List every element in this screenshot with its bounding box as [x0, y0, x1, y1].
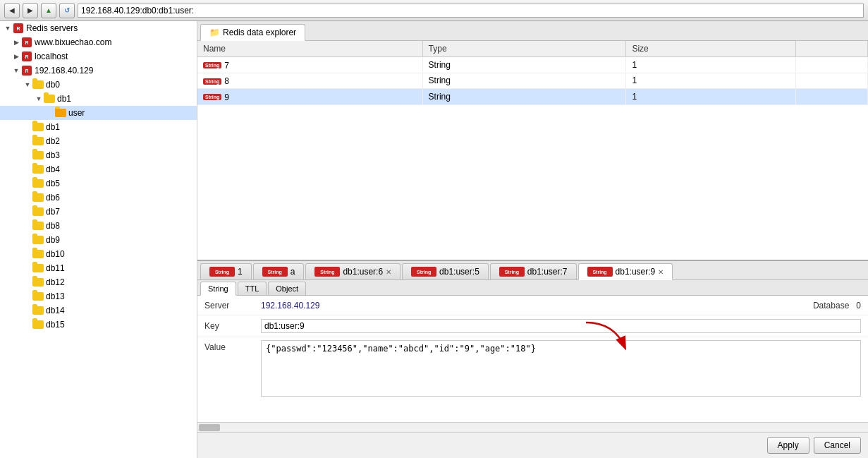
- sidebar-item-db4[interactable]: db4: [0, 162, 197, 176]
- ip-label: 192.168.40.129: [35, 66, 93, 76]
- root-arrow: ▼: [3, 23, 13, 33]
- value-label: Value: [204, 340, 261, 352]
- ttl-tab[interactable]: TTL: [238, 282, 267, 295]
- taba-label: a: [291, 267, 295, 277]
- sidebar-item-db1[interactable]: db1: [0, 120, 197, 134]
- db2-label: db2: [46, 136, 60, 146]
- key-label: Key: [204, 321, 261, 331]
- col-type: Type: [422, 41, 626, 57]
- sidebar-item-db9[interactable]: db9: [0, 233, 197, 247]
- hscroll-thumb[interactable]: [199, 424, 220, 431]
- detail-tab-user9[interactable]: String db1:user:9 ✕: [578, 263, 673, 280]
- db13-label: db13: [46, 291, 65, 301]
- db1-icon: [32, 121, 44, 133]
- db0-icon: [32, 79, 44, 90]
- tab7-label: db1:user:7: [527, 267, 568, 277]
- db8-icon: [32, 220, 44, 231]
- string-tabs: String TTL Object: [197, 280, 868, 296]
- sidebar-item-db0[interactable]: ▼ db0: [0, 78, 197, 92]
- key-row: Key: [197, 315, 868, 337]
- db12-label: db12: [46, 277, 65, 287]
- sidebar-item-db7[interactable]: db7: [0, 205, 197, 219]
- key-input[interactable]: [261, 319, 861, 333]
- detail-tab-user6[interactable]: String db1:user:6 ✕: [305, 263, 401, 279]
- detail-tab-user7[interactable]: String db1:user:7: [490, 263, 577, 279]
- db10-icon: [32, 248, 44, 260]
- db11-label: db11: [46, 263, 65, 273]
- sidebar: ▼ R Redis servers ▶ R www.bixuechao.com …: [0, 21, 197, 458]
- localhost-label: localhost: [35, 52, 68, 61]
- sidebar-item-192[interactable]: ▼ R 192.168.40.129: [0, 64, 197, 78]
- explorer-tab-label: Redis data explorer: [223, 28, 296, 37]
- detail-tab-user5[interactable]: String db1:user:5: [402, 263, 489, 279]
- db0-arrow: ▼: [23, 80, 32, 90]
- tab7-string-icon: String: [499, 267, 525, 277]
- up-button[interactable]: ▲: [41, 3, 56, 18]
- sidebar-item-db8[interactable]: db8: [0, 219, 197, 233]
- tab9-close[interactable]: ✕: [658, 268, 664, 276]
- detail-tab-a[interactable]: String a: [253, 263, 305, 279]
- sidebar-item-db5[interactable]: db5: [0, 176, 197, 191]
- back-button[interactable]: ◀: [4, 3, 20, 18]
- string-tab[interactable]: String: [200, 282, 236, 296]
- ip-arrow: ▼: [11, 66, 21, 76]
- db1-label: db1: [46, 122, 60, 132]
- sidebar-item-db2[interactable]: db2: [0, 134, 197, 148]
- refresh-button[interactable]: ↺: [59, 3, 75, 18]
- db4-icon: [32, 164, 44, 175]
- explorer-tab[interactable]: 📁 Redis data explorer: [200, 24, 305, 41]
- sidebar-item-db11[interactable]: db11: [0, 261, 197, 275]
- address-bar[interactable]: [78, 4, 864, 18]
- hscroll-area[interactable]: [197, 422, 868, 432]
- col-extra: [796, 41, 868, 57]
- table-row[interactable]: String 8 String 1: [197, 73, 868, 89]
- detail-area: String 1 String a String db1:user:6 ✕ St…: [197, 261, 868, 458]
- sidebar-item-db12[interactable]: db12: [0, 275, 197, 289]
- sidebar-item-db0-db1[interactable]: ▼ db1: [0, 92, 197, 106]
- sidebar-item-db14[interactable]: db14: [0, 303, 197, 318]
- sidebar-root[interactable]: ▼ R Redis servers: [0, 21, 197, 35]
- tab5-label: db1:user:5: [439, 267, 479, 277]
- db0-db1-label: db1: [57, 94, 71, 104]
- detail-content: Server 192.168.40.129 Database 0 Key Val…: [197, 296, 868, 422]
- taba-string-icon: String: [262, 267, 288, 277]
- apply-button[interactable]: Apply: [767, 437, 809, 454]
- detail-tab-1[interactable]: String 1: [200, 263, 252, 279]
- forward-button[interactable]: ▶: [23, 3, 38, 18]
- cancel-button[interactable]: Cancel: [814, 437, 861, 454]
- sidebar-item-db6[interactable]: db6: [0, 191, 197, 205]
- sidebar-item-db13[interactable]: db13: [0, 289, 197, 303]
- value-textarea[interactable]: {"passwd":"123456","name":"abcd","id":"9…: [261, 340, 861, 397]
- server-label: Server: [204, 301, 261, 311]
- tab9-label: db1:user:9: [616, 267, 656, 277]
- explorer-tab-icon: 📁: [209, 28, 220, 37]
- tab1-string-icon: String: [209, 267, 235, 277]
- sidebar-item-bixuechao[interactable]: ▶ R www.bixuechao.com: [0, 35, 197, 49]
- db6-icon: [32, 192, 44, 203]
- bixuechao-icon: R: [21, 37, 32, 48]
- tab9-string-icon: String: [587, 267, 613, 277]
- explorer-tab-bar: 📁 Redis data explorer: [197, 21, 868, 41]
- db14-label: db14: [46, 306, 65, 315]
- sidebar-item-db15[interactable]: db15: [0, 318, 197, 332]
- object-tab[interactable]: Object: [268, 282, 306, 295]
- server-row: Server 192.168.40.129 Database 0: [197, 296, 868, 315]
- table-row[interactable]: String 9 String 1: [197, 89, 868, 105]
- db7-icon: [32, 206, 44, 217]
- db3-label: db3: [46, 150, 60, 160]
- sidebar-item-localhost[interactable]: ▶ R localhost: [0, 49, 197, 64]
- right-panel: 📁 Redis data explorer Name Type Size: [197, 21, 868, 458]
- table-row[interactable]: String 7 String 1: [197, 57, 868, 73]
- tab6-close[interactable]: ✕: [386, 268, 391, 276]
- server-value: 192.168.40.129: [261, 301, 799, 311]
- db12-icon: [32, 277, 44, 288]
- sidebar-item-db10[interactable]: db10: [0, 247, 197, 261]
- sidebar-item-db3[interactable]: db3: [0, 148, 197, 162]
- data-table: Name Type Size String 7 String 1: [197, 41, 868, 260]
- db0-db1-arrow: ▼: [34, 94, 44, 104]
- sidebar-item-user[interactable]: user: [0, 106, 197, 120]
- db3-icon: [32, 150, 44, 161]
- toolbar: ◀ ▶ ▲ ↺: [0, 0, 868, 21]
- db9-icon: [32, 234, 44, 246]
- db9-label: db9: [46, 235, 60, 245]
